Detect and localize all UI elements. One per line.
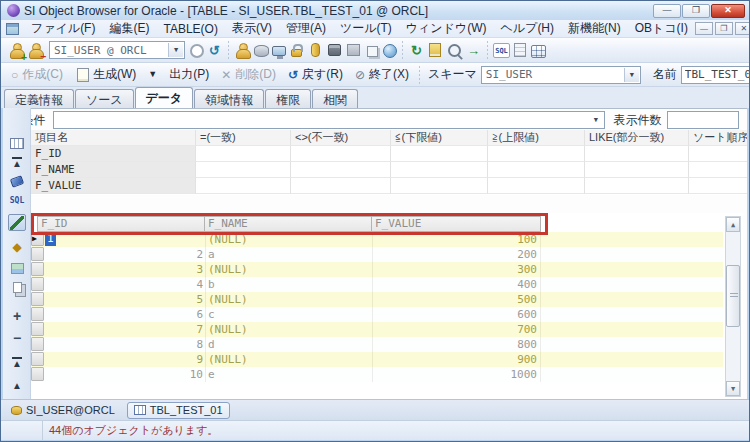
package-icon[interactable]	[328, 44, 341, 56]
refresh-icon[interactable]: ↺	[206, 42, 223, 59]
delete-button[interactable]: ✕ 削除(D)	[215, 64, 282, 85]
sequence-icon[interactable]	[429, 43, 441, 57]
tab-correlation[interactable]: 相関	[312, 89, 358, 108]
delete-row-icon[interactable]: −	[8, 329, 26, 346]
filter-cell[interactable]	[291, 178, 391, 194]
generate-button[interactable]: 生成(W)	[69, 64, 142, 85]
cell-f-name[interactable]: (NULL)	[208, 292, 368, 307]
cell-f-name[interactable]: b	[208, 277, 368, 292]
connection-tab[interactable]: SI_USER@ORCL	[5, 402, 121, 419]
web-icon[interactable]	[383, 44, 397, 58]
cell-f-value[interactable]: 900	[372, 352, 539, 367]
create-button[interactable]: ○ 作成(C)	[5, 64, 69, 85]
cell-f-name[interactable]: (NULL)	[208, 262, 368, 277]
menu-view[interactable]: 表示(V)	[225, 19, 279, 38]
table-row[interactable]: 7 (NULL) 700	[31, 322, 723, 337]
close-button[interactable]: ✕	[711, 4, 745, 18]
table-row[interactable]: 8 d 800	[31, 337, 723, 352]
menu-newfeatures[interactable]: 新機能(N)	[561, 19, 628, 38]
export-icon[interactable]: →	[465, 42, 482, 59]
script-icon[interactable]	[514, 43, 526, 57]
maximize-button[interactable]: ❐	[682, 4, 710, 18]
cell-f-value[interactable]: 600	[372, 307, 539, 322]
filter-cell[interactable]	[391, 162, 488, 178]
filter-cell[interactable]	[196, 162, 291, 178]
row-selector[interactable]	[31, 322, 44, 336]
menu-file[interactable]: ファイル(F)	[24, 19, 102, 38]
cell-f-value[interactable]: 500	[372, 292, 539, 307]
filter-cell[interactable]	[196, 146, 291, 162]
column-settings-icon[interactable]	[8, 135, 26, 152]
combo-arrow-icon[interactable]: ▼	[588, 113, 603, 127]
combo-arrow-icon[interactable]: ▼	[624, 68, 639, 82]
cell-f-value[interactable]: 1000	[372, 367, 539, 382]
menu-edit[interactable]: 編集(E)	[102, 19, 156, 38]
table-row[interactable]: 6 c 600	[31, 307, 723, 322]
menu-table[interactable]: TABLE(O)	[156, 21, 224, 37]
database-icon[interactable]	[254, 45, 269, 57]
cell-f-name[interactable]: d	[208, 337, 368, 352]
cell-f-id[interactable]: 9	[45, 352, 205, 367]
scrollbar-thumb[interactable]	[726, 265, 740, 327]
row-selector[interactable]	[31, 352, 44, 366]
disconnect-icon[interactable]: −	[27, 42, 44, 59]
table-row[interactable]: 10 e 1000	[31, 367, 723, 382]
table-row[interactable]: 3 (NULL) 300	[31, 262, 723, 277]
cell-f-name[interactable]: a	[208, 247, 368, 262]
user-object-icon[interactable]	[234, 42, 251, 59]
cell-f-name[interactable]: (NULL)	[208, 352, 368, 367]
box-icon[interactable]	[347, 44, 360, 56]
filter-cell[interactable]	[488, 146, 585, 162]
display-count-input[interactable]	[667, 111, 739, 129]
cell-f-id[interactable]: 10	[45, 367, 205, 382]
new-connection-icon[interactable]: +	[8, 42, 25, 59]
filter-cell[interactable]	[391, 146, 488, 162]
filter-cell[interactable]	[585, 162, 689, 178]
commit-icon[interactable]: ◆	[8, 238, 26, 255]
filter-cell[interactable]	[391, 178, 488, 194]
filter-cell[interactable]	[689, 146, 747, 162]
cell-f-value[interactable]: 700	[372, 322, 539, 337]
condition-combobox[interactable]: ▼	[53, 111, 605, 129]
menu-tools[interactable]: ツール(T)	[333, 19, 399, 38]
table-row[interactable]: 9 (NULL) 900	[31, 352, 723, 367]
export-data-icon[interactable]	[8, 260, 26, 277]
vertical-scrollbar[interactable]: ▲ ▼	[725, 216, 741, 397]
move-first-icon[interactable]: ▲	[8, 354, 26, 371]
output-button[interactable]: 出力(P)	[163, 64, 215, 85]
tab-source[interactable]: ソース	[75, 89, 134, 108]
combo-arrow-icon[interactable]: ▼	[168, 43, 183, 57]
key-icon[interactable]	[311, 43, 320, 57]
titlebar[interactable]: SI Object Browser for Oracle - [TABLE - …	[1, 1, 749, 20]
mdi-close-button[interactable]: ✕	[735, 22, 750, 35]
menu-window[interactable]: ウィンドウ(W)	[399, 19, 494, 38]
session-combobox[interactable]: SI_USER @ ORCL ▼	[49, 41, 185, 59]
menu-obtoko[interactable]: OBトコ(I)	[628, 19, 695, 38]
cell-f-value[interactable]: 800	[372, 337, 539, 352]
cell-f-name[interactable]: c	[208, 307, 368, 322]
cube-icon[interactable]	[367, 46, 378, 57]
menu-manage[interactable]: 管理(A)	[279, 19, 333, 38]
computer-icon[interactable]	[272, 46, 286, 56]
scroll-up-icon[interactable]: ▲	[726, 217, 740, 232]
cell-f-value[interactable]: 400	[372, 277, 539, 292]
tab-storage[interactable]: 領域情報	[194, 89, 264, 108]
filter-cell[interactable]	[488, 178, 585, 194]
filter-cell[interactable]	[291, 162, 391, 178]
lock-icon[interactable]	[291, 49, 302, 57]
synonym-icon[interactable]: ↻	[408, 42, 425, 59]
filter-cell[interactable]	[689, 178, 747, 194]
move-up-icon[interactable]: ▲	[8, 377, 26, 394]
row-selector[interactable]	[31, 367, 44, 381]
cell-f-id[interactable]: 6	[45, 307, 205, 322]
tab-data[interactable]: データ	[135, 87, 194, 108]
fit-rows-icon[interactable]: ▲	[8, 154, 26, 171]
table-row[interactable]: 5 (NULL) 500	[31, 292, 723, 307]
mdi-minimize-button[interactable]: —	[695, 22, 713, 35]
copy-rows-icon[interactable]	[8, 279, 26, 296]
sql-editor-icon[interactable]: SQL	[493, 43, 510, 58]
filter-cell[interactable]	[585, 146, 689, 162]
row-selector[interactable]	[31, 262, 44, 276]
object-name-input[interactable]	[681, 66, 750, 84]
filter-cell[interactable]	[291, 146, 391, 162]
